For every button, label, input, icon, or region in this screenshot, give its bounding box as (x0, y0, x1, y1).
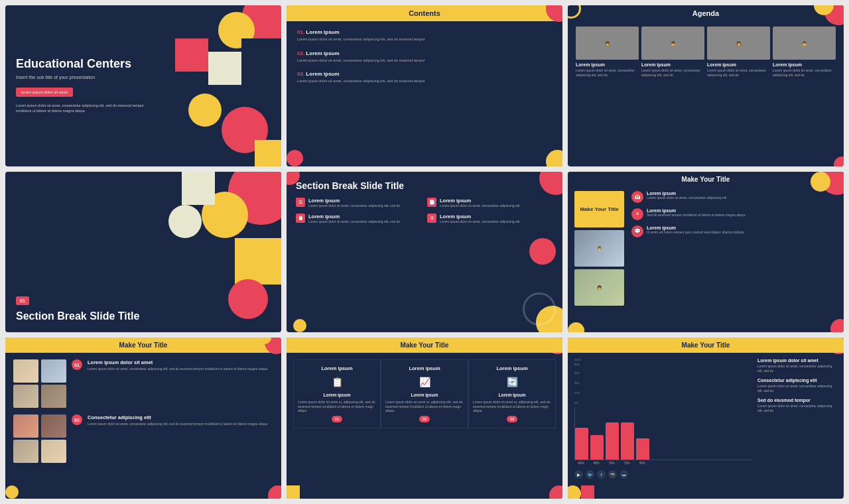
slide6-info-2: ≡ Lorem ipsum Sed do eiusmod tempor inci… (631, 208, 837, 220)
agenda-photos: 👧 👦 👩 👨 (568, 21, 844, 62)
contents-text-3: Lorem ipsum dolor sit amet, consectetur … (297, 79, 552, 84)
bar-3 (606, 422, 619, 460)
slide6-info-1: 📅 Lorem ipsum Lorem ipsum dolor sit amet… (631, 191, 837, 203)
agenda-photo-2: 👦 (641, 27, 704, 60)
slide6-header: Make Your Title (568, 172, 844, 187)
slide7-item-1: 01 Lorem ipsum dolor sit amet Lorem ipsu… (13, 359, 273, 408)
slide6-icon-2: ≡ (631, 208, 643, 220)
slide1-button[interactable]: lorem ipsum dolor sit amet (16, 88, 73, 97)
slide6-yellow-box: Make Your Title (574, 191, 624, 227)
slide5-icon-3: 📋 (296, 214, 305, 223)
contents-item-1: 01. Lorem ipsum Lorem ipsum dolor sit am… (297, 29, 552, 42)
slide6-photo2: 👧 (574, 269, 624, 306)
contents-text-2: Lorem ipsum dolor sit amet, consectetur … (297, 58, 552, 64)
slide7-photo-2 (41, 359, 66, 383)
agenda-names: Lorem ipsum Lorem ipsum dolor sit amet, … (568, 62, 844, 77)
chart-label-2: 46% (590, 462, 603, 465)
social-icons-row: ▶ 🐦 f 📸 ●● (574, 470, 752, 479)
slide5-item-2: 📄 Lorem ipsum Lorem ipsum dolor sit amet… (427, 198, 553, 208)
chart-label-4: 70% (620, 462, 633, 465)
slide7-photo-6 (41, 414, 66, 438)
slide8-col-3: Lorem ipsum 🔄 Lorem ipsum Lorem ipsum do… (468, 359, 556, 428)
contents-item-3: 03. Lorem ipsum Lorem ipsum dolor sit am… (297, 71, 552, 84)
slide-make-title-right: Make Your Title Make Your Title 👩‍💼 👧 📅 … (568, 172, 844, 333)
slide-make-title-center-bottom: Make Your Title Lorem ipsum 📋 Lorem ipsu… (287, 338, 562, 499)
slide5-item-3: 📋 Lorem ipsum Lorem ipsum dolor sit amet… (296, 214, 422, 224)
slide9-header: Make Your Title (568, 338, 844, 353)
chart-label-5: 40% (635, 462, 649, 465)
slide5-icon-1: ☰ (296, 198, 305, 207)
slide-agenda: Agenda 👧 👦 👩 👨 Lorem ipsum Lorem ipsum d… (568, 5, 844, 166)
slide1-subtitle: Insert the sub title of your presentatio… (16, 75, 156, 80)
slide7-photo-3 (13, 385, 38, 408)
bar-2 (590, 435, 604, 460)
slide7-header: Make Your Title (5, 338, 281, 353)
slide7-photo-4 (41, 385, 66, 408)
contents-text-1: Lorem ipsum dolor sit amet, consectetur … (297, 37, 552, 42)
slide6-icon-3: 💬 (631, 225, 643, 237)
slide7-photo-7 (13, 440, 38, 463)
slide7-photo-1 (13, 359, 38, 383)
chart-label-3: 70% (605, 462, 618, 465)
slide9-chart: 100% 80% 60% 40% 20% 0% 60% 46% 70% 70% … (574, 358, 752, 479)
slide7-item-2: 02 Consectetur adipiscing elit Lorem ips… (13, 414, 273, 463)
slide8-col1-icon: 📋 (332, 377, 343, 387)
contents-item-2: 02. Lorem ipsum Lorem ipsum dolor sit am… (297, 50, 552, 64)
bar-4 (621, 422, 634, 460)
slide2-header: Contents (287, 5, 562, 21)
chart-label-1: 60% (574, 462, 588, 465)
slide-section-break-center: Section Break Slide Title ☰ Lorem ipsum … (287, 172, 562, 333)
social-icon-twitter[interactable]: 🐦 (586, 470, 594, 479)
slide4-num: 01 (16, 296, 29, 305)
slide7-photo-5 (13, 414, 38, 438)
slide5-item-4: ⚙ Lorem ipsum Lorem ipsum dolor sit amet… (427, 214, 553, 224)
slide5-icon-2: 📄 (427, 198, 436, 207)
slide4-title: Section Break Slide Title (16, 310, 271, 322)
slide9-info-3: Sed do eiusmod tempor Lorem ipsum dolor … (757, 398, 837, 412)
slide8-header: Make Your Title (287, 338, 562, 353)
agenda-photo-4: 👨 (773, 27, 836, 60)
agenda-photo-3: 👩 (707, 27, 770, 60)
social-icon-instagram[interactable]: 📸 (608, 470, 617, 479)
social-icon-facebook[interactable]: f (597, 470, 606, 479)
slide1-title: Educational Centers (16, 58, 156, 71)
bar-1 (575, 428, 588, 460)
slide7-num-1: 01 (72, 359, 82, 370)
agenda-photo-1: 👧 (576, 27, 639, 60)
slide7-photo-8 (41, 440, 66, 463)
slide5-icon-4: ⚙ (427, 214, 436, 223)
slide9-info-1: Lorem ipsum dolor sit amet Lorem ipsum d… (757, 358, 837, 373)
slide-make-title-bottom-left: Make Your Title 01 Lorem ipsum dolor sit… (5, 338, 281, 499)
slide-educational-centers: Educational Centers Insert the sub title… (5, 5, 281, 166)
slide1-body: Lorem ipsum dolor sit amet, consectetur … (16, 103, 156, 113)
slide9-info: Lorem ipsum dolor sit amet Lorem ipsum d… (757, 358, 837, 479)
slide6-info-3: 💬 Lorem ipsum Ut enim ad minim veniam qu… (631, 225, 837, 237)
slide6-icon-1: 📅 (631, 191, 643, 203)
slide8-col-1: Lorem ipsum 📋 Lorem ipsum Lorem ipsum do… (293, 359, 381, 428)
slide9-info-2: Consectetur adipiscing elit Lorem ipsum … (757, 378, 837, 393)
slide-section-break-left: 01 Section Break Slide Title (5, 172, 281, 333)
slide-make-title-chart: Make Your Title 100% 80% 60% 40% 20% 0% … (568, 338, 844, 499)
slide8-col-2: Lorem ipsum 📈 Lorem ipsum Lorem ipsum do… (381, 359, 468, 428)
bar-5 (636, 438, 649, 460)
slide6-photo: 👩‍💼 (574, 230, 624, 267)
slide5-title: Section Break Slide Title (296, 181, 553, 191)
slide8-col3-icon: 🔄 (507, 377, 518, 387)
slide5-item-1: ☰ Lorem ipsum Lorem ipsum dolor sit amet… (296, 198, 422, 208)
slide7-num-2: 02 (72, 414, 82, 425)
social-icon-play[interactable]: ▶ (574, 470, 583, 479)
slide3-header: Agenda (568, 5, 844, 21)
social-icon-more[interactable]: ●● (620, 470, 628, 479)
slide8-col2-icon: 📈 (419, 377, 430, 387)
slide-contents: Contents 01. Lorem ipsum Lorem ipsum dol… (287, 5, 562, 166)
